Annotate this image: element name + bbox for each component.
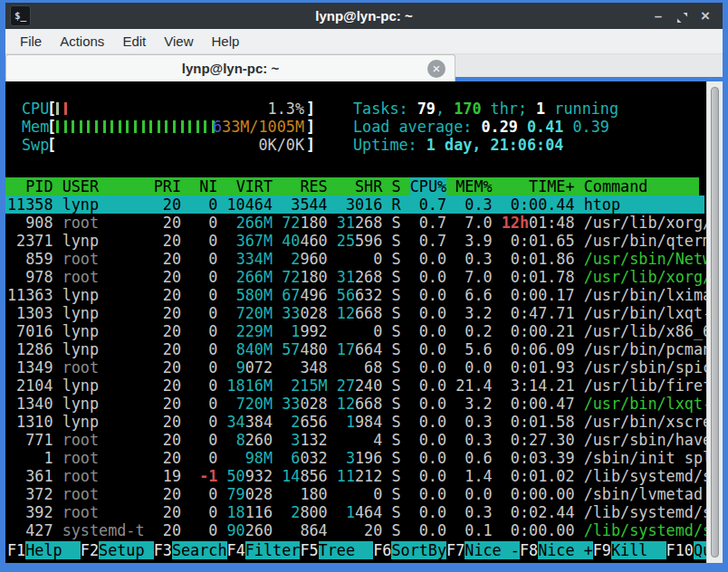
menu-item-edit[interactable]: Edit — [113, 31, 155, 52]
column-header-pid[interactable]: PID — [7, 177, 53, 195]
fkey-f4[interactable]: F4Filter — [227, 541, 301, 559]
fkey-f5[interactable]: F5Tree — [300, 541, 373, 559]
process-row[interactable]: 392 root 20 0 18116 2800 1464 S 0.0 0.3 … — [5, 503, 706, 521]
column-header-shr[interactable]: SHR — [337, 177, 383, 195]
function-key-bar: F1Help F2Setup F3SearchF4FilterF5Tree F6… — [5, 541, 706, 559]
process-row[interactable]: 372 root 20 0 79028 180 0 S 0.0 0.0 0:00… — [5, 485, 706, 503]
process-row[interactable]: 978 root 20 0 266M 72180 31268 S 0.0 7.0… — [5, 268, 706, 286]
titlebar[interactable]: $_ lynp@lyn-pc: ~ – × — [5, 3, 723, 29]
process-row[interactable]: 859 root 20 0 334M 2960 0 S 0.0 0.3 0:01… — [5, 250, 706, 268]
menu-item-file[interactable]: File — [11, 31, 51, 52]
close-icon[interactable]: × — [694, 7, 717, 25]
tab-close-icon[interactable]: × — [427, 60, 445, 78]
process-row[interactable]: 7016 lynp 20 0 229M 1992 0 S 0.0 0.2 0:0… — [5, 322, 706, 340]
fkey-f1[interactable]: F1Help — [7, 541, 81, 559]
fkey-f9[interactable]: F9Kill — [593, 541, 666, 559]
process-row[interactable]: 1340 lynp 20 0 720M 33028 12668 S 0.0 3.… — [5, 395, 706, 413]
fkey-f2[interactable]: F2Setup — [81, 541, 154, 559]
menu-item-actions[interactable]: Actions — [51, 31, 113, 52]
tabbar-filler — [455, 54, 723, 81]
column-header-cpu[interactable]: CPU% — [410, 177, 446, 195]
column-header-ni[interactable]: NI — [190, 177, 217, 195]
process-row[interactable]: 1349 root 20 0 9072 348 68 S 0.0 0.0 0:0… — [5, 358, 706, 377]
column-header-command[interactable]: Command — [584, 177, 648, 195]
fkey-f3[interactable]: F3Search — [154, 541, 227, 559]
column-header-s[interactable]: S — [391, 177, 400, 195]
tabbar: lynp@lyn-pc: ~ × — [5, 54, 723, 81]
tasks-summary: Tasks: 79, 170 thr; 1 running — [5, 100, 706, 118]
fkey-f8[interactable]: F8Nice + — [520, 541, 593, 559]
process-row[interactable]: 2371 lynp 20 0 367M 40460 25596 S 0.7 3.… — [5, 232, 706, 250]
uptime: Uptime: 1 day, 21:06:04 — [5, 136, 706, 154]
process-row[interactable]: 2104 lynp 20 0 1816M 215M 27240 S 0.0 21… — [5, 377, 706, 395]
scrollbar[interactable] — [706, 81, 723, 563]
fkey-f10[interactable]: F10Qu — [666, 541, 706, 559]
column-header-virt[interactable]: VIRT — [227, 177, 273, 195]
tab-title: lynp@lyn-pc: ~ — [182, 61, 280, 76]
table-header[interactable]: PID USER PRI NI VIRT RES SHR S CPU% MEM%… — [5, 177, 699, 195]
column-header-user[interactable]: USER — [62, 177, 145, 195]
fkey-f6[interactable]: F6SortBy — [373, 541, 446, 559]
column-header-time[interactable]: TIME+ — [502, 177, 575, 195]
menu-item-view[interactable]: View — [155, 31, 202, 52]
load-average: Load average: 0.29 0.41 0.39 — [5, 118, 706, 136]
process-row[interactable]: 1 root 20 0 98M 6032 3196 S 0.0 0.6 0:03… — [5, 449, 706, 467]
window-controls: – × — [647, 3, 717, 29]
window-title: lynp@lyn-pc: ~ — [5, 8, 723, 24]
column-header-res[interactable]: RES — [282, 177, 328, 195]
htop-terminal[interactable]: CPU[]1.3%Mem[]633M/1005MSwp[]0K/0KTasks:… — [5, 81, 706, 563]
process-row[interactable]: 1286 lynp 20 0 840M 57480 17664 S 0.0 5.… — [5, 340, 706, 358]
process-row[interactable]: 908 root 20 0 266M 72180 31268 S 0.7 7.0… — [5, 214, 706, 232]
process-row[interactable]: 771 root 20 0 8260 3132 4 S 0.0 0.3 0:27… — [5, 431, 706, 449]
column-header-mem[interactable]: MEM% — [455, 177, 492, 195]
minimize-icon[interactable]: – — [647, 8, 670, 24]
scrollbar-thumb[interactable] — [711, 87, 719, 558]
process-row[interactable]: 427 systemd-t 20 0 90260 864 20 S 0.0 0.… — [5, 521, 706, 539]
process-row[interactable]: 1303 lynp 20 0 720M 33028 12668 S 0.0 3.… — [5, 304, 706, 322]
tab-active[interactable]: lynp@lyn-pc: ~ × — [5, 54, 455, 81]
workarea: CPU[]1.3%Mem[]633M/1005MSwp[]0K/0KTasks:… — [5, 81, 723, 563]
process-row[interactable]: 1310 lynp 20 0 34384 2656 1984 S 0.0 0.3… — [5, 413, 706, 431]
restore-diagonal-arrows-glyph — [676, 12, 688, 24]
process-row[interactable]: 11358 lynp 20 0 10464 3544 3016 R 0.7 0.… — [5, 195, 704, 214]
terminal-window: $_ lynp@lyn-pc: ~ – × FileActionsEditVie… — [0, 0, 728, 572]
menu-item-help[interactable]: Help — [202, 31, 248, 52]
process-row[interactable]: 11363 lynp 20 0 580M 67496 56632 S 0.0 6… — [5, 286, 706, 304]
fkey-f7[interactable]: F7Nice - — [446, 541, 520, 559]
column-header-pri[interactable]: PRI — [154, 177, 181, 195]
menubar: FileActionsEditViewHelp — [5, 29, 723, 54]
restore-icon[interactable] — [670, 8, 694, 24]
process-row[interactable]: 361 root 19 -1 50932 14856 11212 S 0.0 1… — [5, 467, 706, 485]
